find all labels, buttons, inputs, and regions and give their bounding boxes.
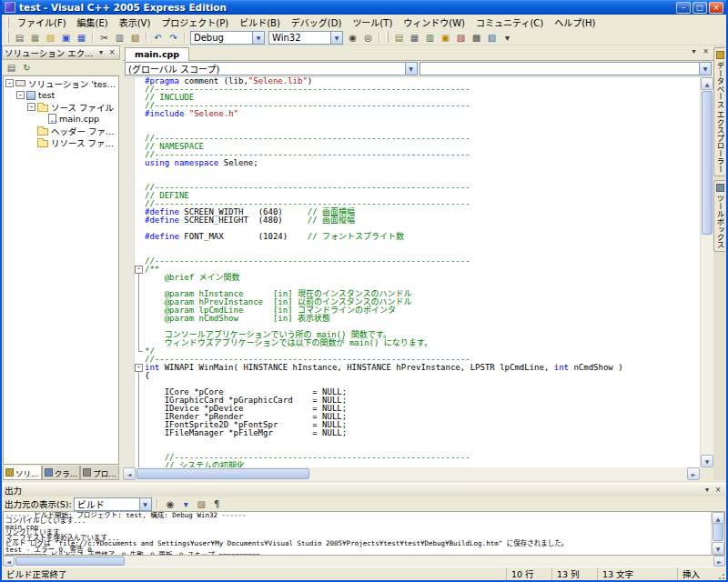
minimize-button[interactable]: – [676,2,691,14]
output-source-combo[interactable]: ビルド ▼ [74,497,152,511]
toolbox-icon[interactable]: ▣ [438,31,453,45]
scroll-left-icon[interactable]: ◄ [123,467,136,480]
menu-item[interactable]: ヘルプ(H) [549,15,601,30]
tab-database-explorer[interactable]: データベース エクスプローラー [713,47,725,176]
toolbar-grip[interactable] [386,32,389,43]
output-text[interactable]: ------ ビルド開始: プロジェクト: test, 構成: Debug Wi… [4,512,711,555]
object-browser-icon[interactable]: ▥ [422,31,438,45]
chevron-down-icon[interactable]: ▼ [252,32,264,44]
tree-item[interactable]: -ソリューション 'test' (1 プロジェクト) [4,77,118,89]
menu-item[interactable]: デバッグ(D) [286,15,348,30]
editor-horizontal-scrollbar[interactable]: ◄ ► [123,467,700,480]
redo-icon[interactable]: ↷ [166,31,181,45]
close-icon[interactable]: × [713,486,723,496]
chevron-down-icon[interactable]: ▼ [139,498,151,510]
cut-icon[interactable]: ✂ [96,31,112,45]
add-new-item-icon[interactable]: ▦ [27,31,43,45]
editor-vertical-scrollbar[interactable]: ▲ ▼ [700,77,713,467]
refresh-icon[interactable]: ↻ [19,61,35,75]
code-editor[interactable]: #pragma comment (lib,"Selene.lib")//----… [123,77,700,467]
outline-collapse-icon[interactable]: - [135,266,143,274]
tree-item[interactable]: ヘッダー ファイル [4,125,118,136]
menubar-grip[interactable] [6,17,9,28]
tree-item[interactable]: main.cpp [4,113,118,125]
menu-item[interactable]: コミュニティ(C) [470,15,549,30]
tree-item[interactable]: -ソース ファイル [4,101,118,113]
chevron-down-icon[interactable]: ▼ [405,63,417,75]
solution-explorer-header: ソリューション エクスプローラー ▾ × [2,45,120,60]
tree-expander-icon[interactable]: - [27,103,35,111]
title-bar: test - Visual C++ 2005 Express Edition –… [2,0,726,15]
panel-tab-class-view[interactable]: クラス ビ... [42,466,81,480]
menu-item[interactable]: ウィンドウ(W) [398,15,470,30]
open-file-icon[interactable]: ▨ [43,31,58,45]
chevron-down-icon[interactable]: ▼ [699,63,711,75]
scrollbar-thumb[interactable] [702,91,713,235]
scrollbar-thumb[interactable] [713,523,723,541]
word-wrap-icon[interactable]: ¶ [209,497,225,511]
chevron-down-icon[interactable]: ▼ [330,32,342,44]
scroll-left-icon[interactable]: ◄ [3,556,15,567]
error-list-icon[interactable]: ▨ [453,31,469,45]
close-document-icon[interactable]: × [700,46,712,58]
solution-configurations-combo[interactable]: Debug ▼ [190,31,265,45]
close-icon[interactable]: × [106,48,117,58]
output-horizontal-scrollbar[interactable]: ◄ ► [3,556,725,567]
close-button[interactable]: × [709,2,723,14]
tab-toolbox[interactable]: ツールボックス [713,180,725,253]
start-page-icon[interactable]: ▧ [484,31,500,45]
document-tab-strip: main.cpp ▾ × [123,45,713,61]
types-dropdown[interactable]: (グローバル スコープ) ▼ [125,62,418,75]
menu-item[interactable]: 編集(E) [72,15,114,30]
copy-icon[interactable]: ▥ [112,31,127,45]
active-files-dropdown-icon[interactable]: ▾ [688,46,700,58]
find-icon[interactable]: ◉ [345,31,360,45]
output-window-icon[interactable]: ▩ [469,31,484,45]
resize-grip[interactable] [713,567,726,580]
window-position-icon[interactable]: ▾ [702,486,713,496]
solution-explorer-icon[interactable]: ▤ [391,31,407,45]
outline-collapse-icon[interactable]: - [135,364,143,372]
menu-item[interactable]: ツール(T) [347,15,398,30]
members-dropdown[interactable]: ▼ [420,62,713,75]
scrollbar-thumb[interactable] [136,468,309,479]
scroll-right-icon[interactable]: ► [713,556,725,567]
tree-item[interactable]: リソース ファイル [4,136,118,148]
scroll-right-icon[interactable]: ► [687,467,700,480]
window-position-icon[interactable]: ▾ [96,48,106,58]
tree-item-label: main.cpp [59,114,99,124]
save-icon[interactable]: ▣ [58,31,74,45]
menu-item[interactable]: ビルド(B) [234,15,286,30]
maximize-button[interactable]: □ [693,2,707,14]
find-in-files-icon[interactable]: ◎ [360,31,376,45]
paste-icon[interactable]: ▧ [127,31,143,45]
document-tab-main-cpp[interactable]: main.cpp [125,47,189,61]
properties-window-icon[interactable]: ▦ [407,31,422,45]
menu-item[interactable]: プロジェクト(P) [156,15,234,30]
menu-item[interactable]: ファイル(F) [12,15,72,30]
types-dropdown-value: (グローバル スコープ) [126,62,405,75]
toolbar-options-icon[interactable]: ▾ [500,31,515,45]
tree-expander-icon[interactable]: - [16,91,25,99]
save-all-icon[interactable]: ▦ [74,31,89,45]
clear-all-icon[interactable]: ▨ [194,497,209,511]
tree-item[interactable]: -test [4,89,118,101]
solution-platforms-combo[interactable]: Win32 ▼ [268,31,343,45]
new-project-icon[interactable]: ▤ [12,31,27,45]
properties-icon[interactable]: ▤ [4,61,19,75]
scroll-down-icon[interactable]: ▼ [712,542,724,555]
tree-expander-icon[interactable]: - [5,79,14,87]
tree-item-label: リソース ファイル [51,136,118,149]
go-to-message-icon[interactable]: ▾ [178,497,194,511]
panel-tab-solution-explorer[interactable]: ソリュー... [3,466,42,480]
menu-item[interactable]: 表示(V) [114,15,157,30]
panel-tab-property-manager[interactable]: プロパティ [80,466,119,480]
toolbar-grip[interactable] [6,32,9,43]
scroll-down-icon[interactable]: ▼ [701,455,713,467]
output-panel-header: 出力 ▾ × [2,483,726,497]
undo-icon[interactable]: ↶ [150,31,166,45]
find-message-icon[interactable]: ◉ [163,497,178,511]
output-vertical-scrollbar[interactable]: ▲ ▼ [711,512,724,555]
scrollbar-thumb[interactable] [15,557,125,566]
scroll-up-icon[interactable]: ▲ [701,77,713,90]
